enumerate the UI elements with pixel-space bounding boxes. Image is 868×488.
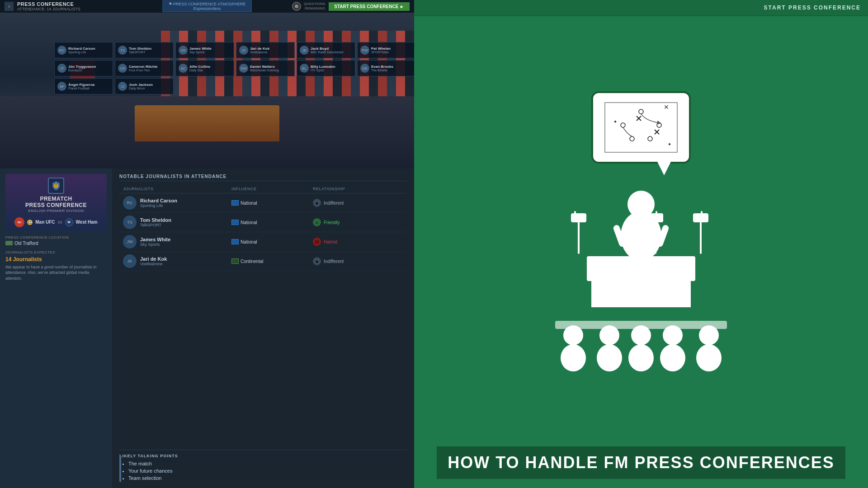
location-icon [5,241,13,245]
journalist-name: Evan Brooks [371,65,393,69]
journalist-avatar: BL [300,64,309,73]
journalist-name: Alfie Collins [189,65,210,69]
journalist-outlet: Sporting Life [140,203,177,208]
journalists-section-title: NOTABLE JOURNALISTS IN ATTENDANCE [119,174,407,181]
journalist-name: Daniel Walters [250,65,279,69]
relationship-label: Indifferent [324,259,344,264]
press-conf-title: PRESS CONFERENCE [17,1,80,7]
location-value: Old Trafford [5,241,107,246]
journalists-count: 14 Journalists [5,256,107,263]
team2-name: West Ham [76,220,98,225]
journalist-avatar: JK [239,46,248,55]
podium-desk [587,256,695,281]
journalist-name: Billy Lumsden [311,65,335,69]
journalist-tag: EB Evan Brooks The Athletic [357,60,414,76]
scroll-thumb[interactable] [119,455,121,482]
relationship-cell: ● Indifferent [313,199,403,207]
journalist-tag: RC Richard Carson Sporting Life [54,42,113,58]
talking-points-section: LIKELY TALKING POINTS The match Your fut… [119,450,407,483]
svg-point-32 [628,344,654,371]
start-press-conference-button[interactable]: START PRESS CONFERENCE ► [329,2,410,11]
svg-rect-14 [578,218,580,254]
svg-point-5 [630,136,634,141]
journalist-avatar: CR [118,64,127,73]
journalist-cell: RC Richard Carson Sporting Life [123,196,231,210]
journalist-info: Richard Carson Sporting Life [68,47,95,54]
relationship-label: Friendly [324,220,340,225]
audience-table [555,321,727,329]
journalist-avatar: EB [360,64,369,73]
svg-rect-22 [701,211,703,216]
journalist-name: Ángel Figueroa [68,83,94,87]
journalists-desc: We appear to have a good number of journ… [5,264,107,282]
continental-flag-icon [231,258,239,264]
table-row[interactable]: JW James White Sky Sports National ☹ Hat… [119,232,407,252]
journalists-panel: NOTABLE JOURNALISTS IN ATTENDANCE JOURNA… [112,169,414,488]
journalist-tag: JB Jack Boyd BBC Radio Manchester [297,42,355,58]
podium [135,105,279,141]
vs-label: vs [58,220,62,225]
journalist-avatar: DW [239,64,248,73]
journalist-outlet: SPORTbible [371,51,391,54]
table-row[interactable]: RC Richard Carson Sporting Life National… [119,193,407,213]
influence-cell: National [231,200,313,206]
journalist-info: Cameron Ritchie Four-Four-Two [129,65,158,72]
table-row[interactable]: TS Tom Sheldon TalkSPORT National ☺ Frie… [119,213,407,232]
journalist-info: Pat Whelan SPORTbible [371,47,391,54]
journalist-outlet: TalkSPORT [140,223,171,227]
scene-area: RC Richard Carson Sporting Life TS Tom S… [0,13,414,169]
division-label: ENGLISH PREMIER DIVISION [28,209,84,213]
svg-point-4 [657,123,661,127]
svg-rect-20 [700,218,702,254]
relationship-cell: ☺ Friendly [313,218,403,226]
svg-rect-19 [656,211,657,216]
table-row[interactable]: JK Jari de Kok Voetbalzone Continental ●… [119,252,407,271]
journalist-outlet: Daily Mirror [129,87,153,90]
right-mic-2 [693,211,708,254]
journalist-outlet: Sky Sports [189,51,212,54]
journalist-avatar: JB [300,46,309,55]
atmosphere-button[interactable]: ⚑ PRESS CONFERENCE ATMOSPHERE Expression… [163,0,252,12]
journalist-info: Alfie Collins Daily Star [189,65,210,72]
journalist-outlet: Voetbalzone [140,262,167,266]
journalist-details: Richard Carson Sporting Life [140,198,177,208]
bottom-section: PREMATCHPRESS CONFERENCE ENGLISH PREMIER… [0,169,414,488]
journalist-cell: TS Tom Sheldon TalkSPORT [123,216,231,229]
relationship-cell: ☹ Hatred [313,238,403,246]
journalist-tags: RC Richard Carson Sporting Life TS Tom S… [54,42,414,94]
journalist-tag: BL Billy Lumsden ITV Sport [297,60,355,76]
svg-text:●: ● [668,141,671,146]
list-item: The match [128,461,407,466]
journalist-info: Evan Brooks The Athletic [371,65,393,72]
journalist-name: Tom Sheldon [129,47,151,51]
top-bar: ‹ PRESS CONFERENCE ATTENDANCE: 14 JOURNA… [0,0,414,13]
list-item: Your future chances [128,468,407,474]
journalists-expected-title: JOURNALISTS EXPECTED [5,250,107,254]
match-card: PREMATCHPRESS CONFERENCE ENGLISH PREMIER… [5,174,107,231]
journalist-info: Billy Lumsden ITV Sport [311,65,335,72]
journalist-avatar: AF [57,82,66,91]
influence-label: National [241,239,257,244]
journalist-avatar: TS [123,216,137,229]
journalist-info: Ángel Figueroa Planet Football [68,83,94,90]
relationship-cell: ● Indifferent [313,257,403,265]
tactics-diagram: ✕ ● ● [600,98,682,157]
conf-shield [48,178,64,194]
journalist-tag: DW Daniel Walters Manchester Evening [236,60,295,76]
journalist-tag: JK Jari de Kok Voetbalzone [236,42,295,58]
svg-text:✕: ✕ [664,103,669,111]
journalist-details: Jari de Kok Voetbalzone [140,256,167,266]
talking-points-title: LIKELY TALKING POINTS [119,454,407,458]
journalist-tag: AF Ángel Figueroa Planet Football [54,78,113,94]
influence-label: National [241,201,257,206]
illustration-area: ✕ ● ● [537,16,745,446]
left-mic [571,211,586,254]
atmosphere-value: Expressionless [193,6,221,11]
svg-point-30 [597,344,622,371]
journalist-avatar: JW [123,235,137,249]
influence-cell: Continental [231,258,313,264]
back-button[interactable]: ‹ [5,2,14,11]
journalist-outlet: BBC Radio Manchester [311,51,344,54]
journalist-tag: JW James White Sky Sports [175,42,234,58]
journalist-name: Tom Sheldon [140,217,171,223]
